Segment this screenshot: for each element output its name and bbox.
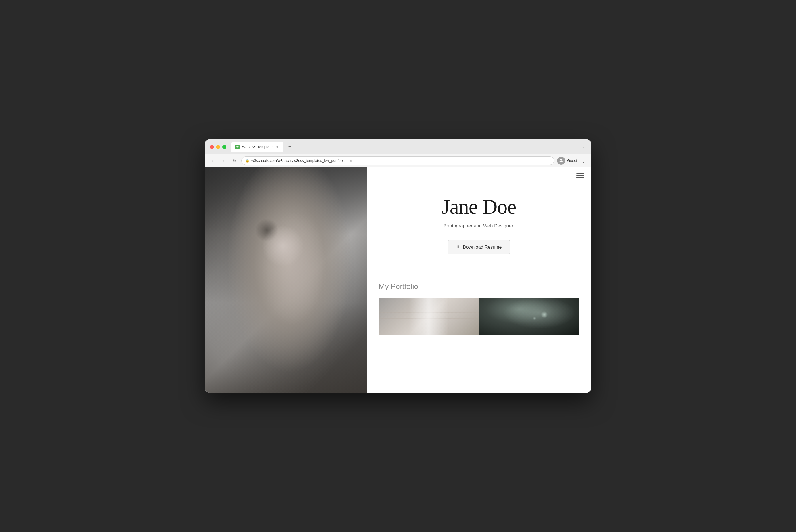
hamburger-line-2 — [576, 175, 584, 176]
hamburger-menu-button[interactable] — [576, 173, 584, 178]
profile-icon — [557, 157, 565, 165]
hero-name: Jane Doe — [442, 195, 516, 219]
tab-title: W3.CSS Template — [242, 145, 273, 149]
portfolio-section: My Portfolio — [367, 277, 591, 344]
close-traffic-light[interactable] — [210, 145, 214, 149]
hero-section: Jane Doe Photographer and Web Designer. … — [367, 167, 591, 277]
hero-photo — [205, 167, 367, 393]
new-tab-button[interactable]: + — [286, 143, 294, 151]
refresh-button[interactable]: ↻ — [230, 157, 239, 165]
portfolio-title: My Portfolio — [379, 282, 579, 291]
hamburger-line-1 — [576, 173, 584, 174]
download-icon: ⬇ — [456, 244, 460, 250]
hero-subtitle: Photographer and Web Designer. — [443, 224, 514, 229]
minimize-traffic-light[interactable] — [216, 145, 220, 149]
tab-bar: w W3.CSS Template × + — [231, 142, 582, 152]
browser-menu-button[interactable]: ⋮ — [580, 156, 587, 165]
profile-label: Guest — [567, 158, 577, 163]
url-text: w3schools.com/w3css/tryw3css_templates_b… — [251, 158, 352, 163]
profile-area[interactable]: Guest — [557, 157, 577, 165]
portrait-image — [205, 167, 367, 393]
forward-button[interactable]: › — [220, 157, 228, 165]
tab-favicon: w — [235, 145, 240, 149]
portfolio-grid — [379, 298, 579, 335]
address-bar: ‹ › ↻ 🔒 w3schools.com/w3css/tryw3css_tem… — [205, 154, 591, 167]
hamburger-line-3 — [576, 177, 584, 178]
download-resume-button[interactable]: ⬇ Download Resume — [448, 240, 510, 254]
portfolio-item-2[interactable] — [479, 298, 579, 335]
site-content: Jane Doe Photographer and Web Designer. … — [205, 167, 591, 393]
url-bar[interactable]: 🔒 w3schools.com/w3css/tryw3css_templates… — [241, 156, 554, 165]
back-button[interactable]: ‹ — [209, 157, 217, 165]
window-controls: ⌄ — [582, 144, 586, 150]
active-tab[interactable]: w W3.CSS Template × — [231, 142, 283, 152]
portfolio-item-1[interactable] — [379, 298, 479, 335]
download-resume-label: Download Resume — [463, 245, 502, 250]
title-bar: w W3.CSS Template × + ⌄ — [205, 139, 591, 154]
lock-icon: 🔒 — [245, 159, 249, 163]
traffic-lights — [210, 145, 226, 149]
browser-window: w W3.CSS Template × + ⌄ ‹ › ↻ 🔒 w3school… — [205, 139, 591, 393]
tab-close-button[interactable]: × — [275, 145, 279, 149]
maximize-traffic-light[interactable] — [222, 145, 226, 149]
content-panel: Jane Doe Photographer and Web Designer. … — [367, 167, 591, 393]
